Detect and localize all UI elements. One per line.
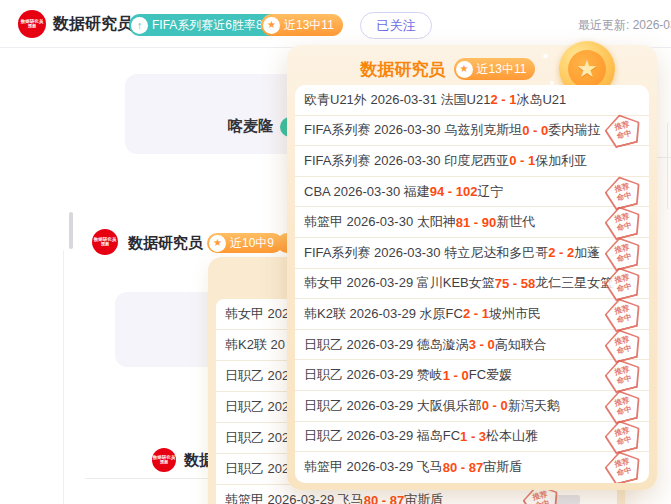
expert-avatar[interactable]: 数据研究员 预测 <box>18 10 46 38</box>
away-team: FC爱媛 <box>469 366 512 384</box>
away-team: 冰岛U21 <box>516 91 566 109</box>
away-team: 新世代 <box>496 213 535 231</box>
match-text: 日职乙 2026-03-29 福岛FC <box>304 427 460 445</box>
stamp-line2: 命中 <box>616 465 633 477</box>
match-text: 韩女甲 202 <box>225 305 289 323</box>
away-team: 保加利亚 <box>535 152 587 170</box>
match-text: 韩K2联 20 <box>225 336 285 354</box>
divider <box>667 123 668 209</box>
hits-badge: ★ 近13中11 <box>261 14 343 36</box>
match-result-row[interactable]: 韩篮甲 2026-03-29 飞马80 - 87宙斯盾 推荐命中 <box>295 452 649 483</box>
match-score: 2 - 2 <box>548 245 574 260</box>
away-team: 宙斯盾 <box>404 491 443 504</box>
match-text: FIFA系列赛 2026-03-30 乌兹别克斯坦 <box>304 121 522 139</box>
scrollbar-thumb[interactable] <box>69 212 73 249</box>
match-text: FIFA系列赛 2026-03-30 印度尼西亚 <box>304 152 509 170</box>
away-team: 松本山雅 <box>486 427 538 445</box>
match-score: 0 - 1 <box>509 153 535 168</box>
match-score: 1 - 0 <box>443 368 469 383</box>
stamp-line2: 命中 <box>616 312 633 324</box>
match-score: 75 - 58 <box>495 276 535 291</box>
match-score: 1 - 3 <box>460 429 486 444</box>
match-result-row[interactable]: 欧青U21外 2026-03-31 法国U212 - 1冰岛U21 <box>295 85 649 116</box>
away-team: 委内瑞拉 <box>548 121 600 139</box>
match-score: 0 - 0 <box>522 123 548 138</box>
divider <box>656 157 671 158</box>
match-text: CBA 2026-03-30 福建 <box>304 183 430 201</box>
hits-badge-10-9: ★ 近10中9 <box>207 233 283 253</box>
away-team: 加蓬 <box>574 244 600 262</box>
match-result-row[interactable]: 日职乙 2026-03-29 赞岐1 - 0FC爱媛 推荐命中 <box>295 360 649 391</box>
match-result-row[interactable]: FIFA系列赛 2026-03-30 印度尼西亚0 - 1保加利亚 <box>295 146 649 177</box>
match-text: 日职乙 2026-03-29 赞岐 <box>304 366 443 384</box>
match-text: 日职乙 2026-03-29 大阪俱乐部 <box>304 397 482 415</box>
star-icon: ★ <box>209 235 226 252</box>
match-result-row[interactable]: 韩篮甲 2026-03-30 太阳神81 - 90新世代 推荐命中 <box>295 207 649 238</box>
hit-stamp-icon: 推荐命中 <box>602 448 645 483</box>
sparkle-icon: ✦ <box>541 51 550 62</box>
match-text: 日职乙 202 <box>225 460 289 478</box>
star-icon: ★ <box>456 61 473 78</box>
stamp-line2: 命中 <box>616 220 633 232</box>
up-arrow-icon: ↑ <box>131 17 148 34</box>
match-text: FIFA系列赛 2026-03-30 特立尼达和多巴哥 <box>304 244 548 262</box>
expert-avatar[interactable]: 数据研究员 预测 <box>152 448 176 472</box>
stamp-line2: 命中 <box>616 434 633 446</box>
last-update-text: 最近更新: 2026-03- <box>578 17 671 34</box>
match-text: 日职乙 2026-03-29 德岛漩涡 <box>304 336 469 354</box>
match-text: 韩篮甲 2026-03-29 飞马 <box>304 458 443 476</box>
followed-button[interactable]: 已关注 <box>360 12 432 39</box>
divider <box>85 478 213 479</box>
popup-hits-badge: ★ 近13中11 <box>454 58 536 80</box>
match-score: 2 - 1 <box>490 92 516 107</box>
results-popup: 数据研究员 ★ 近13中11 ★ ✦ ✦ 欧青U21外 2026-03-31 法… <box>287 45 657 490</box>
expert-avatar[interactable]: 数据研究员 预测 <box>92 229 118 255</box>
medal-star-icon: ★ <box>576 57 598 81</box>
away-team: 坡州市民 <box>489 305 541 323</box>
away-team: 宙斯盾 <box>483 458 522 476</box>
results-list: 欧青U21外 2026-03-31 法国U212 - 1冰岛U21 FIFA系列… <box>295 85 649 483</box>
away-team: 新泻天鹅 <box>508 397 560 415</box>
app-screen: 数据研究员 预测 数据研究员 ↑ FIFA系列赛近6胜率83% ★ 近13中11… <box>0 0 671 504</box>
match-text: 韩K2联 2026-03-29 水原FC <box>304 305 463 323</box>
match-text: 日职乙 202 <box>225 429 289 447</box>
match-result-row[interactable]: CBA 2026-03-30 福建94 - 102辽宁 推荐命中 <box>295 177 649 208</box>
match-score: 80 - 87 <box>364 493 404 504</box>
stamp-line2: 命中 <box>616 373 633 385</box>
match-text: 日职乙 202 <box>225 367 289 385</box>
away-team: 高知联合 <box>495 336 547 354</box>
match-result-row[interactable]: 日职乙 2026-03-29 福岛FC1 - 3松本山雅 推荐命中 <box>295 422 649 453</box>
match-text: 日职乙 202 <box>225 398 289 416</box>
expert-name: 数据研究员 <box>53 14 133 35</box>
stamp-line2: 命中 <box>616 281 633 293</box>
match-result-row[interactable]: 日职乙 2026-03-29 德岛漩涡3 - 0高知联合 推荐命中 <box>295 330 649 361</box>
match-score: 2 - 1 <box>463 306 489 321</box>
match-score: 80 - 87 <box>443 460 483 475</box>
team-name: 喀麦隆 <box>228 117 273 136</box>
expert-name: 数据研究员 <box>128 234 203 253</box>
match-result-row[interactable]: 韩女甲 2026-03-29 富川KEB女篮75 - 58龙仁三星女篮 推荐命中 <box>295 269 649 300</box>
card-border <box>63 250 64 504</box>
match-score: 81 - 90 <box>456 215 496 230</box>
match-text: 韩女甲 2026-03-29 富川KEB女篮 <box>304 274 495 292</box>
match-score: 3 - 0 <box>469 337 495 352</box>
match-result-row[interactable]: FIFA系列赛 2026-03-30 特立尼达和多巴哥2 - 2加蓬 推荐命中 <box>295 238 649 269</box>
match-result-row[interactable]: 韩K2联 2026-03-29 水原FC2 - 1坡州市民 推荐命中 <box>295 299 649 330</box>
match-result-row[interactable]: FIFA系列赛 2026-03-30 乌兹别克斯坦0 - 0委内瑞拉 推荐命中 <box>295 116 649 147</box>
match-text: 韩篮甲 2026-03-29 飞马 <box>225 491 364 504</box>
match-text: 韩篮甲 2026-03-30 太阳神 <box>304 213 456 231</box>
stamp-line2: 命中 <box>616 128 633 140</box>
popup-title: 数据研究员 <box>361 58 446 81</box>
away-team: 龙仁三星女篮 <box>535 274 613 292</box>
away-team: 辽宁 <box>477 183 503 201</box>
match-text: 欧青U21外 2026-03-31 法国U21 <box>304 91 490 109</box>
match-score: 0 - 0 <box>482 398 508 413</box>
match-score: 94 - 102 <box>430 184 478 199</box>
match-result-row[interactable]: 日职乙 2026-03-29 大阪俱乐部0 - 0新泻天鹅 推荐命中 <box>295 391 649 422</box>
hit-stamp-icon: 推荐命中 <box>602 111 645 151</box>
star-icon: ★ <box>263 17 280 34</box>
